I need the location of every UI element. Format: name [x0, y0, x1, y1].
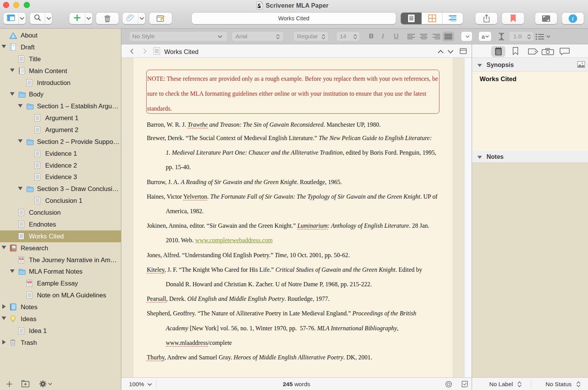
svg-text:PDF: PDF — [27, 281, 31, 283]
svg-text:PDF: PDF — [19, 258, 23, 260]
